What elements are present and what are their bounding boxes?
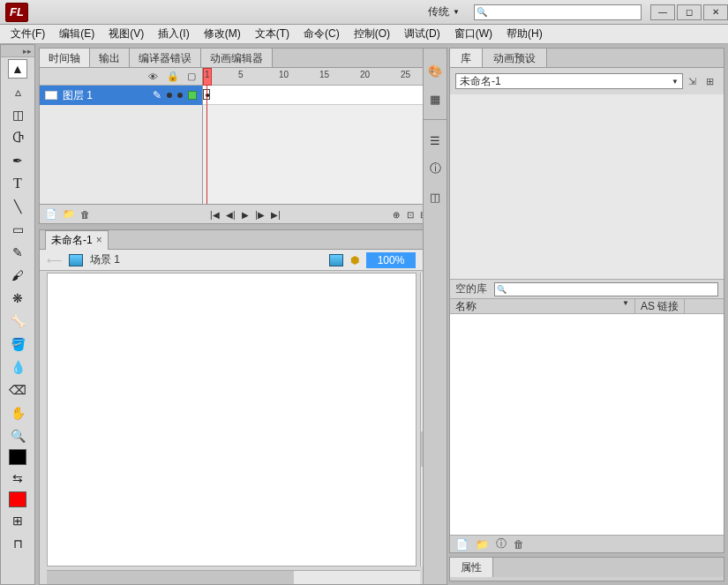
frames-pane[interactable]: 1 5 10 15 20 25 bbox=[203, 68, 434, 205]
col-linkage[interactable]: AS 链接 bbox=[635, 299, 685, 314]
lock-dot[interactable] bbox=[177, 93, 183, 98]
layers-pane: 👁 🔒 ▢ 图层 1 ✎ bbox=[40, 68, 203, 205]
color-panel-icon[interactable]: 🎨 bbox=[427, 63, 443, 79]
frame-track[interactable] bbox=[203, 86, 434, 105]
lasso-tool[interactable]: Ⴇ bbox=[8, 128, 27, 147]
subselection-tool[interactable]: ▵ bbox=[8, 82, 27, 101]
pen-tool[interactable]: ✒ bbox=[8, 151, 27, 170]
minimize-button[interactable]: — bbox=[650, 4, 675, 20]
edit-bar: ⟵ 场景 1 ⬢ 100% ▾ bbox=[40, 250, 434, 271]
delete-layer-icon[interactable]: 🗑 bbox=[80, 209, 90, 220]
edit-scene-icon[interactable] bbox=[329, 254, 343, 266]
eye-icon[interactable]: 👁 bbox=[147, 71, 158, 82]
stage[interactable] bbox=[47, 273, 417, 566]
menu-bar: 文件(F) 编辑(E) 视图(V) 插入(I) 修改(M) 文本(T) 命令(C… bbox=[0, 25, 728, 44]
col-name[interactable]: 名称 ▼ bbox=[450, 299, 635, 314]
menu-window[interactable]: 窗口(W) bbox=[447, 25, 499, 43]
menu-help[interactable]: 帮助(H) bbox=[499, 25, 550, 43]
menu-text[interactable]: 文本(T) bbox=[248, 25, 296, 43]
line-tool[interactable]: ╲ bbox=[8, 197, 27, 216]
bone-tool[interactable]: 🦴 bbox=[8, 311, 27, 331]
new-layer-icon[interactable]: 📄 bbox=[45, 208, 57, 220]
first-frame-icon[interactable]: |◀ bbox=[208, 210, 221, 220]
tab-compiler-errors[interactable]: 编译器错误 bbox=[130, 49, 201, 67]
next-frame-icon[interactable]: |▶ bbox=[253, 210, 266, 220]
zoom-tool[interactable]: 🔍 bbox=[8, 426, 27, 446]
tab-timeline[interactable]: 时间轴 bbox=[40, 49, 90, 67]
menu-file[interactable]: 文件(F) bbox=[4, 25, 52, 43]
info-panel-icon[interactable]: ⓘ bbox=[427, 161, 443, 176]
panel-collapse-icon[interactable]: ▸▸ bbox=[1, 45, 34, 57]
hand-tool[interactable]: ✋ bbox=[8, 403, 27, 423]
eyedropper-tool[interactable]: 💧 bbox=[8, 357, 27, 377]
paint-bucket-tool[interactable]: 🪣 bbox=[8, 334, 27, 354]
selection-tool[interactable]: ▲ bbox=[8, 59, 27, 79]
onion-skin-icon[interactable]: ⊡ bbox=[405, 210, 416, 220]
tab-output[interactable]: 输出 bbox=[90, 49, 130, 67]
center-frame-icon[interactable]: ⊕ bbox=[391, 210, 402, 220]
menu-edit[interactable]: 编辑(E) bbox=[52, 25, 101, 43]
transform-panel-icon[interactable]: ◫ bbox=[427, 189, 443, 205]
close-icon[interactable]: × bbox=[96, 234, 102, 246]
new-folder-icon[interactable]: 📁 bbox=[63, 208, 75, 220]
properties-icon[interactable]: ⓘ bbox=[496, 536, 507, 551]
scene-name[interactable]: 场景 1 bbox=[90, 252, 120, 267]
library-search[interactable] bbox=[494, 282, 718, 296]
delete-icon[interactable]: 🗑 bbox=[514, 538, 524, 551]
library-document-select[interactable]: 未命名-1 ▼ bbox=[455, 73, 683, 89]
workspace-dropdown[interactable]: 传统 ▼ bbox=[421, 3, 467, 21]
menu-command[interactable]: 命令(C) bbox=[296, 25, 347, 43]
tab-library[interactable]: 库 bbox=[450, 49, 483, 67]
swatches-panel-icon[interactable]: ▦ bbox=[427, 91, 443, 107]
outline-icon[interactable]: ▢ bbox=[186, 71, 197, 82]
new-symbol-icon[interactable]: 📄 bbox=[455, 538, 469, 551]
title-bar: FL 传统 ▼ — ◻ ✕ bbox=[0, 0, 728, 25]
play-icon[interactable]: ▶ bbox=[240, 210, 251, 220]
frame-ruler[interactable]: 1 5 10 15 20 25 bbox=[203, 68, 434, 86]
edit-symbol-icon[interactable]: ⬢ bbox=[350, 254, 359, 266]
menu-view[interactable]: 视图(V) bbox=[101, 25, 151, 43]
maximize-button[interactable]: ◻ bbox=[677, 4, 702, 20]
fill-color-swatch[interactable] bbox=[9, 491, 26, 507]
library-doc-label: 未命名-1 bbox=[460, 74, 501, 89]
deco-tool[interactable]: ❋ bbox=[8, 289, 27, 308]
tools-panel: ▸▸ ▲ ▵ ◫ Ⴇ ✒ T ╲ ▭ ✎ 🖌 ❋ 🦴 🪣 💧 ⌫ ✋ 🔍 ⇆ ⊞… bbox=[0, 44, 35, 585]
text-tool[interactable]: T bbox=[8, 174, 27, 193]
tool-options[interactable]: ⊞ bbox=[8, 511, 27, 530]
lock-icon[interactable]: 🔒 bbox=[167, 71, 177, 82]
back-icon[interactable]: ⟵ bbox=[47, 254, 62, 266]
tab-motion-editor[interactable]: 动画编辑器 bbox=[201, 49, 273, 67]
outline-color[interactable] bbox=[188, 91, 197, 100]
search-input[interactable] bbox=[474, 4, 642, 20]
pin-library-icon[interactable]: ⇲ bbox=[688, 76, 701, 87]
zoom-field[interactable]: 100% bbox=[366, 252, 416, 268]
snap-toggle[interactable]: ⊓ bbox=[8, 534, 27, 553]
menu-modify[interactable]: 修改(M) bbox=[197, 25, 248, 43]
menu-debug[interactable]: 调试(D) bbox=[397, 25, 447, 43]
last-frame-icon[interactable]: ▶| bbox=[269, 210, 282, 220]
library-list[interactable] bbox=[450, 314, 724, 535]
brush-tool[interactable]: 🖌 bbox=[8, 266, 27, 285]
stroke-color-swatch[interactable] bbox=[9, 449, 26, 465]
tab-motion-presets[interactable]: 动画预设 bbox=[483, 49, 547, 67]
menu-insert[interactable]: 插入(I) bbox=[151, 25, 196, 43]
document-tabs: 未命名-1 × bbox=[40, 230, 434, 250]
pencil-tool[interactable]: ✎ bbox=[8, 243, 27, 262]
horizontal-scrollbar[interactable] bbox=[47, 570, 420, 584]
menu-control[interactable]: 控制(O) bbox=[347, 25, 397, 43]
close-button[interactable]: ✕ bbox=[703, 4, 728, 20]
tab-properties[interactable]: 属性 bbox=[450, 558, 493, 577]
free-transform-tool[interactable]: ◫ bbox=[8, 105, 27, 124]
align-panel-icon[interactable]: ☰ bbox=[427, 132, 443, 148]
layer-row[interactable]: 图层 1 ✎ bbox=[40, 86, 202, 105]
document-tab[interactable]: 未命名-1 × bbox=[45, 230, 109, 250]
new-library-icon[interactable]: ⊞ bbox=[706, 76, 718, 87]
rectangle-tool[interactable]: ▭ bbox=[8, 220, 27, 239]
swap-colors-icon[interactable]: ⇆ bbox=[8, 469, 27, 488]
layer-name: 图层 1 bbox=[63, 88, 93, 103]
prev-frame-icon[interactable]: ◀| bbox=[224, 210, 237, 220]
visibility-dot[interactable] bbox=[167, 93, 172, 98]
new-folder-icon[interactable]: 📁 bbox=[476, 538, 489, 551]
scrollbar-thumb[interactable] bbox=[47, 571, 294, 584]
eraser-tool[interactable]: ⌫ bbox=[8, 380, 27, 400]
